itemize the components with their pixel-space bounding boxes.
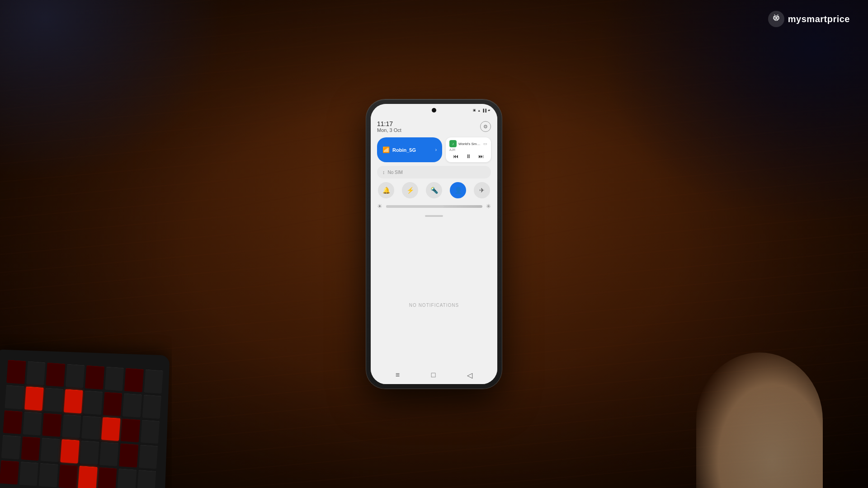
sim-icon: ▣ [473, 108, 476, 112]
spotify-icon: ♪ [449, 140, 457, 147]
key [42, 413, 61, 437]
key [104, 367, 124, 391]
camera-notch [432, 108, 436, 113]
key [65, 364, 85, 388]
bluetooth-toggle[interactable]: ⚡ [402, 182, 418, 198]
key [123, 393, 142, 417]
drag-handle [425, 215, 443, 217]
key [137, 470, 156, 488]
key [23, 412, 42, 436]
signal-icon: ▐▐ [482, 109, 486, 112]
key [144, 370, 163, 394]
cast-icon: ▭ [483, 141, 487, 146]
key [19, 462, 38, 486]
media-tile-top: ♪ World's Small... ▭ [449, 140, 487, 147]
brand-logo: mysmartprice [768, 11, 850, 27]
svg-point-2 [774, 18, 775, 19]
svg-point-3 [777, 18, 778, 19]
key [85, 365, 104, 389]
navigation-bar: ≡ □ ◁ [371, 366, 497, 384]
key [119, 444, 138, 468]
qs-tiles-row-1: 📶 Robin_5G › ♪ World's Small... ▭ AJR [377, 137, 491, 162]
brightness-row: ☀ ✳ [377, 203, 491, 210]
key [99, 442, 119, 466]
wifi-arrow-icon: › [435, 147, 437, 152]
key [3, 410, 22, 434]
key [46, 362, 65, 386]
brand-name-text: mysmartprice [788, 14, 850, 24]
no-notifications-text: NO NOTIFICATIONS [409, 303, 459, 308]
phone: ▣ ▲ ▐▐ ▰ 11:17 Mon, 3 Oct ⚙ [366, 99, 502, 389]
wifi-icon: ▲ [477, 109, 481, 112]
keyboard-area [0, 334, 172, 488]
sim-tile[interactable]: ↕ No SIM [377, 166, 491, 178]
key [62, 414, 81, 438]
key [81, 416, 101, 440]
key [124, 368, 144, 392]
key [98, 467, 117, 488]
sim-label: No SIM [388, 170, 403, 175]
airplane-toggle[interactable]: ✈ [474, 182, 490, 198]
bell-toggle[interactable]: 🔔 [378, 182, 394, 198]
key [1, 435, 21, 459]
qs-header: 11:17 Mon, 3 Oct ⚙ [377, 120, 491, 133]
key-bright-red [64, 389, 83, 413]
wifi-tile-icon: 📶 [382, 146, 390, 153]
wifi-tile[interactable]: 📶 Robin_5G › [377, 137, 442, 162]
key [140, 420, 160, 444]
wifi-ssid: Robin_5G [392, 147, 433, 153]
prev-button[interactable]: ⏮ [453, 153, 458, 160]
key [21, 436, 40, 460]
back-button[interactable]: ≡ [396, 371, 400, 379]
key [58, 465, 78, 488]
key [26, 361, 46, 385]
screen-content: ▣ ▲ ▐▐ ▰ 11:17 Mon, 3 Oct ⚙ [371, 104, 497, 384]
sim-tile-icon: ↕ [382, 169, 385, 175]
owl-icon [771, 14, 782, 24]
brightness-low-icon: ☀ [377, 203, 382, 210]
pause-button[interactable]: ⏸ [466, 153, 471, 160]
key [6, 360, 26, 384]
media-tile[interactable]: ♪ World's Small... ▭ AJR ⏮ ⏸ ⏭ [446, 137, 491, 162]
bg-dark-right [597, 0, 868, 226]
front-camera [432, 108, 436, 113]
key [142, 394, 161, 418]
home-button[interactable]: □ [431, 371, 436, 379]
next-button[interactable]: ⏭ [478, 153, 484, 160]
key [0, 460, 19, 484]
recents-button[interactable]: ◁ [467, 371, 472, 380]
phone-body: ▣ ▲ ▐▐ ▰ 11:17 Mon, 3 Oct ⚙ [366, 99, 502, 389]
qs-datetime: 11:17 Mon, 3 Oct [377, 120, 401, 133]
notifications-area: NO NOTIFICATIONS [371, 226, 497, 384]
brightness-high-icon: ✳ [486, 203, 491, 210]
key [80, 441, 99, 465]
media-controls: ⏮ ⏸ ⏭ [449, 153, 487, 160]
key-bright-red [78, 466, 97, 488]
qs-date: Mon, 3 Oct [377, 127, 401, 133]
status-bar: ▣ ▲ ▐▐ ▰ [371, 104, 497, 117]
settings-icon[interactable]: ⚙ [480, 121, 491, 132]
person-toggle[interactable]: 👤 [450, 182, 466, 198]
qs-time: 11:17 [377, 120, 401, 127]
battery-icon: ▰ [488, 108, 490, 112]
key [44, 388, 63, 412]
phone-screen: ▣ ▲ ▐▐ ▰ 11:17 Mon, 3 Oct ⚙ [371, 104, 497, 384]
quick-toggles: 🔔 ⚡ 🔦 👤 ✈ [377, 182, 491, 198]
key [117, 469, 137, 488]
key-bright-red [101, 417, 120, 441]
keyboard-body [0, 349, 170, 488]
key [103, 392, 122, 416]
flashlight-toggle[interactable]: 🔦 [426, 182, 442, 198]
brightness-fill [386, 205, 444, 208]
media-title: World's Small... [458, 142, 481, 146]
bg-dark-left [0, 0, 226, 181]
brightness-slider[interactable] [386, 205, 482, 208]
key [83, 390, 103, 414]
key [38, 463, 58, 487]
keyboard-keys [0, 356, 167, 488]
status-icons: ▣ ▲ ▐▐ ▰ [473, 108, 490, 112]
brand-icon [768, 11, 784, 27]
key [40, 438, 60, 462]
quick-settings-panel: 11:17 Mon, 3 Oct ⚙ 📶 Robin_5G › [371, 117, 497, 226]
key [138, 445, 158, 469]
